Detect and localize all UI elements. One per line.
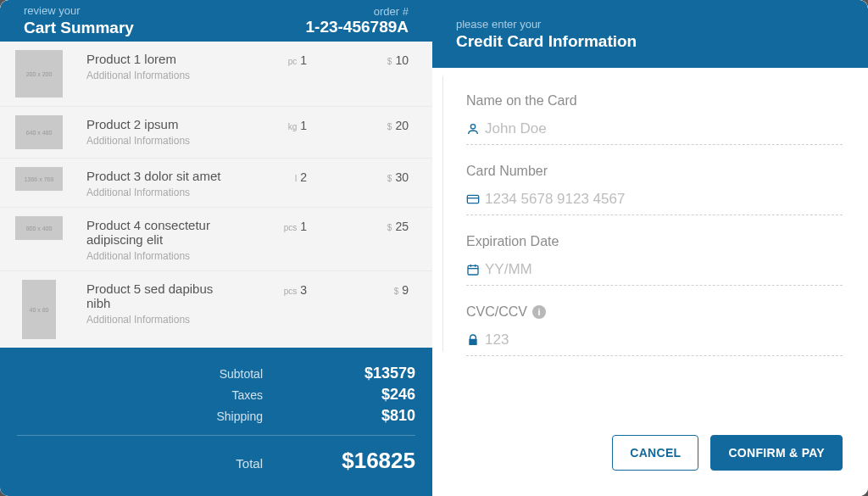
checkout-panel: review your Cart Summary order # 1-23-45…: [0, 0, 868, 496]
expiration-date-label: Expiration Date: [466, 234, 843, 249]
name-on-card-label: Name on the Card: [466, 93, 843, 109]
product-title: Product 2 ipsum: [86, 117, 239, 131]
cvc-label: CVC/CCV i: [466, 304, 843, 320]
payment-form: Name on the Card Card Number: [432, 68, 868, 375]
user-icon: [466, 122, 485, 136]
info-icon[interactable]: i: [532, 305, 546, 319]
order-number: 1-23-456789A: [306, 18, 409, 36]
shipping-label: Shipping: [93, 410, 263, 423]
product-title: Product 5 sed dapibus nibh: [86, 281, 239, 310]
product-quantity: pc1: [239, 50, 307, 67]
product-price: $25: [307, 216, 417, 233]
card-number-label: Card Number: [466, 164, 843, 179]
product-price: $9: [307, 280, 417, 297]
payment-header: please enter your Credit Card Informatio…: [432, 0, 868, 68]
product-title: Product 3 dolor sit amet: [86, 169, 239, 183]
payment-header-sup: please enter your: [456, 18, 637, 31]
svg-rect-1: [467, 195, 478, 203]
taxes-value: $246: [297, 386, 415, 404]
payment-header-title: Credit Card Information: [456, 32, 637, 51]
svg-rect-3: [468, 265, 478, 275]
cart-item: 1366 x 768 Product 3 dolor sit amet Addi…: [0, 158, 432, 207]
cart-item: 200 x 200 Product 1 lorem Additional Inf…: [0, 42, 432, 106]
order-number-sup: order #: [374, 5, 409, 18]
form-actions: CANCEL CONFIRM & PAY: [612, 435, 843, 471]
cart-item: 640 x 480 Product 2 ipsum Additional Inf…: [0, 106, 432, 158]
product-title: Product 1 lorem: [86, 52, 239, 66]
name-on-card-input[interactable]: [485, 120, 843, 137]
product-title: Product 4 consectetur adipiscing elit: [86, 218, 239, 247]
cart-header-sup: review your: [24, 4, 134, 17]
product-thumbnail: 200 x 200: [15, 50, 63, 98]
product-quantity: pcs3: [239, 280, 307, 297]
cart-item: 40 x 80 Product 5 sed dapibus nibh Addit…: [0, 270, 432, 348]
product-thumbnail: 1366 x 768: [15, 167, 63, 191]
product-price: $20: [307, 115, 417, 132]
calendar-icon: [466, 263, 485, 276]
product-subtitle: Additional Informations: [86, 135, 239, 147]
card-number-input[interactable]: [485, 191, 843, 208]
total-label: Total: [93, 456, 263, 471]
lock-icon: [466, 333, 485, 347]
product-subtitle: Additional Informations: [86, 187, 239, 198]
cart-header-title: Cart Summary: [24, 19, 134, 37]
product-subtitle: Additional Informations: [86, 70, 239, 81]
product-thumbnail: 640 x 480: [15, 115, 63, 149]
subtotal-value: $13579: [297, 365, 415, 382]
product-subtitle: Additional Informations: [86, 250, 239, 262]
credit-card-icon: [466, 192, 485, 206]
vertical-divider: [442, 76, 443, 352]
cart-header: review your Cart Summary order # 1-23-45…: [0, 0, 432, 42]
shipping-value: $810: [297, 407, 415, 425]
confirm-pay-button[interactable]: CONFIRM & PAY: [710, 435, 843, 471]
svg-point-0: [470, 125, 475, 129]
product-quantity: l2: [239, 167, 307, 184]
cvc-input[interactable]: [485, 332, 843, 348]
subtotal-label: Subtotal: [93, 367, 263, 381]
product-thumbnail: 800 x 400: [15, 216, 63, 240]
product-price: $10: [307, 50, 417, 67]
product-quantity: pcs1: [239, 216, 307, 233]
cart-totals: Subtotal$13579 Taxes$246 Shipping$810 To…: [0, 348, 432, 496]
cart-item: 800 x 400 Product 4 consectetur adipisci…: [0, 207, 432, 270]
cart-items-list: 200 x 200 Product 1 lorem Additional Inf…: [0, 42, 432, 348]
total-value: $16825: [297, 448, 415, 474]
product-price: $30: [307, 167, 417, 184]
expiration-date-input[interactable]: [485, 261, 843, 278]
product-quantity: kg1: [239, 115, 307, 132]
taxes-label: Taxes: [93, 388, 263, 402]
cancel-button[interactable]: CANCEL: [612, 435, 698, 471]
product-thumbnail: 40 x 80: [22, 280, 56, 339]
product-subtitle: Additional Informations: [86, 314, 239, 326]
